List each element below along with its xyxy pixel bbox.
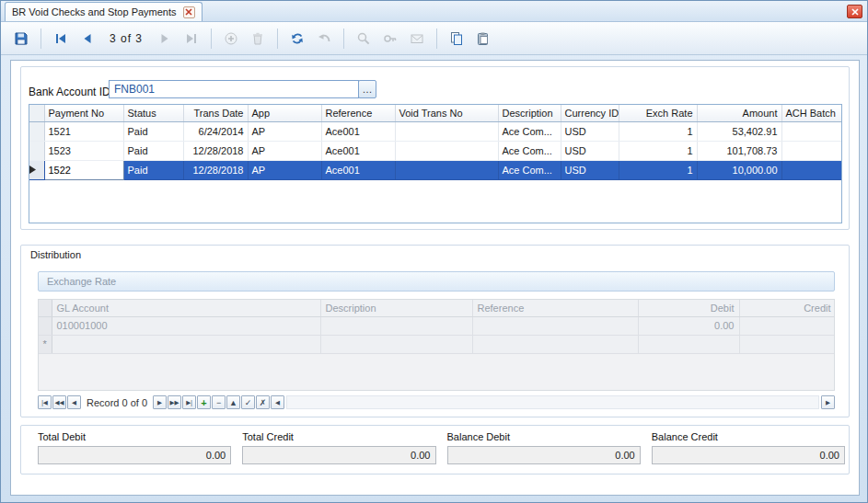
cell-credit	[739, 335, 835, 353]
cell-payment-no[interactable]: 1521	[44, 121, 123, 141]
balance-credit-value: 0.00	[652, 446, 845, 464]
nav-edit-button[interactable]: ▲	[226, 395, 240, 409]
cell-description	[320, 316, 472, 335]
cell-amount[interactable]: 10,000.00	[697, 160, 781, 179]
total-debit-group: Total Debit 0.00	[38, 431, 231, 474]
add-record-button[interactable]	[219, 27, 243, 51]
window-close-button[interactable]	[847, 5, 862, 18]
nav-post-button[interactable]: ✓	[241, 395, 255, 409]
cell-trans-date[interactable]: 6/24/2014	[183, 121, 248, 141]
column-header-reference[interactable]: Reference	[321, 105, 395, 121]
last-record-button[interactable]	[179, 27, 203, 51]
cell-currency-id[interactable]: USD	[561, 121, 619, 141]
nav-delete-button[interactable]: −	[212, 395, 226, 409]
delete-record-button[interactable]	[246, 27, 270, 51]
nav-cancel-button[interactable]: ✗	[256, 395, 270, 409]
hscroll-right-button[interactable]: ▶	[821, 395, 835, 409]
copy-button[interactable]	[445, 27, 469, 51]
row-indicator[interactable]	[29, 121, 44, 141]
balance-credit-label: Balance Credit	[652, 431, 845, 442]
toolbar-separator	[277, 29, 278, 49]
cell-payment-no[interactable]: 1523	[44, 141, 123, 160]
cell-reference	[472, 316, 638, 335]
cell-status[interactable]: Paid	[123, 160, 183, 179]
grid-header-row: Payment No Status Trans Date App Referen…	[29, 105, 842, 121]
cell-app[interactable]: AP	[248, 121, 321, 141]
column-header-status[interactable]: Status	[123, 105, 183, 121]
save-button[interactable]	[9, 27, 33, 51]
row-indicator[interactable]	[29, 141, 44, 160]
tab-br-void-checks[interactable]: BR Void Checks and Stop Payments	[5, 2, 203, 21]
cell-exch-rate[interactable]: 1	[619, 121, 697, 141]
payment-row[interactable]: 1523 Paid 12/28/2018 AP Ace001 Ace Com..…	[29, 141, 842, 160]
nav-next-page-button[interactable]: ▶▶	[168, 395, 181, 409]
cell-status[interactable]: Paid	[123, 121, 183, 141]
payment-row-selected[interactable]: 1522 Paid 12/28/2018 AP Ace001 Ace Com..…	[29, 160, 842, 179]
cell-ach-batch[interactable]	[781, 160, 842, 179]
cell-exch-rate[interactable]: 1	[619, 141, 697, 160]
hscroll-track[interactable]	[286, 395, 819, 409]
cell-reference[interactable]: Ace001	[321, 160, 395, 179]
row-indicator	[39, 316, 52, 335]
bank-account-lookup-button[interactable]: …	[358, 80, 376, 98]
cell-description[interactable]: Ace Com...	[498, 121, 561, 141]
column-header-void-trans-no[interactable]: Void Trans No	[395, 105, 498, 121]
cell-void-trans-no[interactable]	[395, 160, 498, 179]
column-header-app[interactable]: App	[248, 105, 321, 121]
nav-prev-button[interactable]: ◀	[67, 395, 81, 409]
bank-account-input[interactable]: FNB001	[109, 80, 359, 98]
cell-payment-no[interactable]: 1522	[44, 160, 123, 179]
first-record-button[interactable]	[49, 27, 73, 51]
bank-account-label: Bank Account ID	[29, 86, 110, 98]
column-header-ach-batch[interactable]: ACH Batch	[781, 105, 842, 121]
cell-amount[interactable]: 101,708.73	[697, 141, 781, 160]
hscroll-left-button[interactable]: ◀	[271, 395, 284, 409]
cell-trans-date[interactable]: 12/28/2018	[183, 141, 248, 160]
new-row-indicator: *	[39, 335, 52, 353]
cell-currency-id[interactable]: USD	[561, 141, 619, 160]
cell-reference[interactable]: Ace001	[321, 141, 395, 160]
row-indicator[interactable]	[29, 160, 44, 179]
bank-account-value: FNB001	[114, 83, 155, 96]
nav-prev-page-button[interactable]: ◀◀	[52, 395, 66, 409]
totals-panel: Total Debit 0.00 Total Credit 0.00 Balan…	[20, 425, 850, 474]
column-header-currency-id[interactable]: Currency ID	[561, 105, 619, 121]
exchange-rate-expander[interactable]: Exchange Rate	[38, 271, 835, 292]
cell-gl-account	[52, 335, 320, 353]
nav-append-button[interactable]: +	[197, 395, 211, 409]
cell-app[interactable]: AP	[248, 141, 321, 160]
copy-icon	[449, 31, 464, 46]
nav-last-button[interactable]: ▶|	[182, 395, 196, 409]
key-button[interactable]	[378, 27, 402, 51]
cell-exch-rate[interactable]: 1	[619, 160, 697, 179]
cell-description[interactable]: Ace Com...	[498, 160, 561, 179]
column-header-payment-no[interactable]: Payment No	[44, 105, 123, 121]
next-record-button[interactable]	[153, 27, 177, 51]
cell-amount[interactable]: 53,402.91	[697, 121, 781, 141]
column-header-description[interactable]: Description	[498, 105, 561, 121]
cell-trans-date[interactable]: 12/28/2018	[183, 160, 248, 179]
refresh-button[interactable]	[285, 27, 309, 51]
cell-reference[interactable]: Ace001	[321, 121, 395, 141]
tab-close-icon[interactable]	[183, 6, 195, 18]
zoom-button[interactable]	[352, 27, 376, 51]
undo-button[interactable]	[312, 27, 336, 51]
cell-void-trans-no[interactable]	[395, 121, 498, 141]
payment-row[interactable]: 1521 Paid 6/24/2014 AP Ace001 Ace Com...…	[29, 121, 842, 141]
nav-next-button[interactable]: ▶	[153, 395, 167, 409]
cell-ach-batch[interactable]	[781, 121, 842, 141]
cell-status[interactable]: Paid	[123, 141, 183, 160]
column-header-exch-rate[interactable]: Exch Rate	[619, 105, 697, 121]
column-header-trans-date[interactable]: Trans Date	[183, 105, 248, 121]
cell-currency-id[interactable]: USD	[561, 160, 619, 179]
previous-record-button[interactable]	[75, 27, 99, 51]
email-button[interactable]	[405, 27, 429, 51]
column-header-amount[interactable]: Amount	[697, 105, 781, 121]
cell-app[interactable]: AP	[248, 160, 321, 179]
paste-button[interactable]	[471, 27, 495, 51]
cell-description[interactable]: Ace Com...	[498, 141, 561, 160]
nav-first-button[interactable]: |◀	[38, 395, 52, 409]
add-record-icon	[224, 31, 238, 46]
cell-void-trans-no[interactable]	[395, 141, 498, 160]
cell-ach-batch[interactable]	[781, 141, 842, 160]
